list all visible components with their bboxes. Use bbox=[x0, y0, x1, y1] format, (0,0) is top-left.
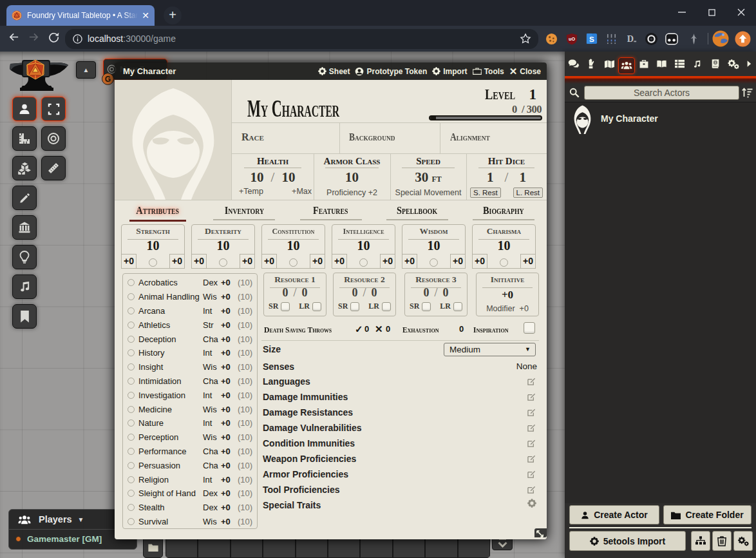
svg-text:uO: uO bbox=[569, 36, 575, 42]
svg-text:D: D bbox=[627, 34, 634, 44]
svg-text:S: S bbox=[589, 35, 594, 43]
